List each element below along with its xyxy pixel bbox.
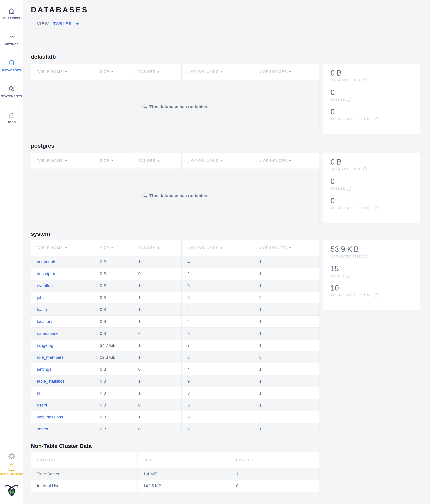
info-icon[interactable]: i (347, 98, 351, 102)
info-icon[interactable]: i (363, 78, 367, 82)
table-cell: users (31, 399, 94, 411)
column-header[interactable]: RANGES▼ (133, 240, 181, 256)
database-section-heading: postgres (31, 143, 420, 149)
column-header[interactable]: # OF INDICES▼ (253, 153, 320, 169)
metrics-icon (8, 33, 15, 41)
tables-table: TABLE NAME▼SIZE▼RANGES▼# OF COLUMNS▼# OF… (31, 153, 320, 223)
info-icon[interactable]: i (347, 187, 351, 191)
info-icon[interactable]: i (375, 117, 379, 121)
sort-arrow-icon: ▼ (157, 247, 160, 249)
table-cell: 142.5 KiB (137, 480, 230, 492)
column-header[interactable]: SIZE▼ (94, 153, 133, 169)
sidebar-item-jobs[interactable]: JOBS (0, 108, 23, 134)
table-name-link[interactable]: role_members (37, 355, 64, 360)
table-cell: 1.4 MiB (137, 468, 230, 480)
sidebar-item-overview[interactable]: OVERVIEW (0, 4, 23, 30)
info-icon[interactable]: i (363, 167, 367, 171)
info-icon[interactable]: i (375, 206, 379, 210)
sort-arrow-icon: ▼ (65, 247, 67, 249)
column-header[interactable]: # OF COLUMNS▼ (181, 64, 253, 80)
sidebar-item-databases[interactable]: DATABASES (0, 56, 23, 82)
table-cell: 7 (181, 340, 253, 351)
insecure-mode-label: INSECURE MODE (0, 473, 23, 476)
table-name-link[interactable]: lease (37, 307, 47, 312)
table-cell: namespace (31, 328, 94, 340)
table-name-link[interactable]: jobs (37, 295, 45, 300)
table-name-link[interactable]: descriptor (37, 271, 55, 276)
stat-range-count: 0 (331, 108, 420, 116)
column-header-label: TABLE NAME (37, 159, 63, 163)
table-cell: 1 (230, 468, 320, 480)
column-header[interactable]: RANGES▼ (133, 64, 181, 80)
table-cell: 0 (133, 363, 181, 375)
database-section-system: TABLE NAME▼SIZE▼RANGES▼# OF COLUMNS▼# OF… (31, 240, 420, 435)
table-name-link[interactable]: locations (37, 319, 54, 324)
table-cell: 0 B (94, 256, 133, 268)
table-cell: 4 (181, 315, 253, 328)
table-name-link[interactable]: eventlog (37, 283, 53, 288)
column-header-label: RANGES (138, 159, 156, 163)
column-header-label: RANGES (138, 246, 156, 250)
gear-icon (8, 453, 15, 460)
table-row: lease0 B141 (31, 304, 320, 315)
stat-label: TABLESi (331, 98, 420, 102)
table-cell: 1 (253, 256, 320, 268)
table-cell: descriptor (31, 268, 94, 280)
table-name-link[interactable]: users (37, 403, 47, 408)
insecure-mode-indicator[interactable] (0, 463, 23, 471)
column-header-label: TABLE NAME (37, 246, 63, 250)
info-icon[interactable]: i (363, 254, 367, 258)
open-lock-icon (8, 463, 15, 471)
table-name-link[interactable]: settings (37, 367, 51, 372)
table-name-link[interactable]: zones (37, 427, 48, 432)
table-name-link[interactable]: table_statistics (37, 379, 64, 384)
database-stats-card: 0 B DATABASE SIZEi 0 TABLESi 0 TOTAL RAN… (323, 63, 420, 134)
table-cell: 0 B (94, 292, 133, 304)
sidebar-item-metrics[interactable]: METRICS (0, 30, 23, 56)
column-header-label: SIZE (100, 70, 109, 74)
column-header[interactable]: # OF INDICES▼ (253, 64, 320, 80)
table-icon (142, 104, 147, 109)
column-header[interactable]: RANGES (230, 452, 320, 468)
table-cell: 8 (181, 411, 253, 423)
column-header[interactable]: TABLE NAME▼ (31, 153, 94, 169)
column-header[interactable]: # OF INDICES▼ (253, 240, 320, 256)
table-cell: 5 (181, 292, 253, 304)
table-cell: 4 (181, 256, 253, 268)
column-header[interactable]: RANGES▼ (133, 153, 181, 169)
stat-label: TOTAL RANGE COUNTi (331, 293, 420, 297)
table-name-link[interactable]: web_sessions (37, 415, 63, 420)
view-dropdown-value: TABLES (53, 21, 72, 26)
table-icon (142, 193, 147, 198)
table-header-row: TABLE NAME▼SIZE▼RANGES▼# OF COLUMNS▼# OF… (31, 240, 320, 256)
main-content: DATABASES VIEW: TABLES defaultdb TABLE N… (23, 0, 430, 504)
info-icon[interactable]: i (347, 274, 351, 278)
view-dropdown[interactable]: VIEW: TABLES (31, 18, 85, 30)
table-row: ui0 B131 (31, 387, 320, 399)
info-icon[interactable]: i (375, 293, 379, 297)
column-header[interactable]: SIZE (137, 452, 230, 468)
table-row: locations0 B141 (31, 315, 320, 328)
table-name-link[interactable]: rangelog (37, 343, 53, 348)
column-header[interactable]: # OF COLUMNS▼ (181, 240, 253, 256)
column-header[interactable]: TABLE NAME▼ (31, 240, 94, 256)
column-header[interactable]: SIZE▼ (94, 240, 133, 256)
table-name-link[interactable]: namespace (37, 331, 59, 336)
sidebar-item-statements[interactable]: STATEMENTS (0, 82, 23, 108)
column-header[interactable]: # OF COLUMNS▼ (181, 153, 253, 169)
table-cell: 0 (133, 328, 181, 340)
table-cell: 1 (133, 256, 181, 268)
settings-button[interactable] (0, 453, 23, 460)
column-header[interactable]: TABLE NAME▼ (31, 64, 94, 80)
table-name-link[interactable]: ui (37, 391, 40, 396)
column-header[interactable]: DATA TYPE (31, 452, 137, 468)
table-row: Time Series1.4 MiB1 (31, 468, 320, 480)
table-cell: 3 (181, 387, 253, 399)
column-header[interactable]: SIZE▼ (94, 64, 133, 80)
column-header-label: SIZE (143, 458, 153, 462)
table-cell: 1 (253, 363, 320, 375)
sort-arrow-icon: ▼ (111, 159, 114, 162)
table-cell: 0 (133, 399, 181, 411)
sidebar: OVERVIEW METRICS DATABASES (0, 0, 23, 504)
table-name-link[interactable]: comments (37, 260, 56, 264)
